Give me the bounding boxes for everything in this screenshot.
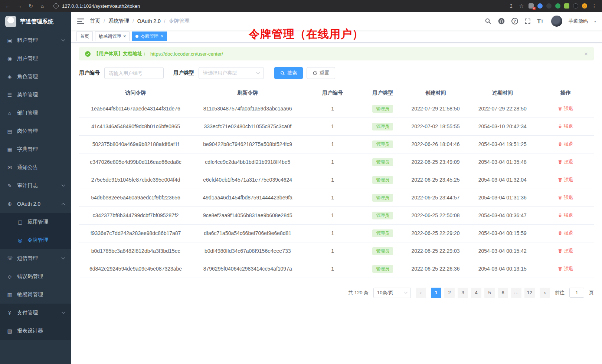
reset-button[interactable]: 重置 — [307, 67, 335, 79]
fullscreen-icon[interactable] — [524, 18, 531, 24]
browser-profile-avatar[interactable]: ☺ — [582, 3, 587, 9]
help-icon[interactable]: ? — [511, 18, 518, 24]
next-page-button[interactable]: › — [540, 288, 550, 298]
view-tab[interactable]: 首页 — [76, 32, 93, 41]
force-logout-button[interactable]: 强退 — [558, 230, 573, 236]
user-id-cell: 1 — [303, 171, 362, 189]
refresh-token-cell: 333ecfc71e02480cb11055c875c3ca0f — [192, 118, 303, 135]
goto-page-input[interactable] — [569, 288, 584, 298]
extension-icon[interactable]: 0 — [529, 3, 534, 9]
action-cell: 强退 — [537, 118, 594, 135]
view-tab[interactable]: 令牌管理× — [132, 32, 167, 41]
expire-time-cell: 2054-03-04 01:31:36 — [468, 189, 537, 206]
sidebar-item-error-code[interactable]: ◇错误码管理 — [0, 267, 71, 285]
pagination-page-button[interactable]: 5 — [484, 288, 495, 298]
page-size-select[interactable]: 10条/页 — [373, 288, 411, 298]
extension-icon[interactable] — [546, 3, 552, 9]
pagination-page-button[interactable]: 6 — [498, 288, 508, 298]
reload-icon[interactable]: ↻ — [27, 3, 34, 9]
chevron-down-icon — [62, 256, 65, 259]
sidebar-item-label: 通知公告 — [17, 164, 38, 171]
github-icon[interactable] — [498, 17, 505, 25]
back-icon[interactable]: ← — [4, 3, 11, 9]
font-size-icon[interactable]: TT — [537, 18, 543, 24]
column-header: 操作 — [537, 86, 594, 100]
user-id-cell: 1 — [303, 224, 362, 242]
force-logout-label: 强退 — [564, 230, 573, 236]
view-tab[interactable]: 敏感词管理× — [95, 32, 130, 41]
breadcrumb-item[interactable]: 首页 — [90, 18, 100, 24]
sidebar-item-menu[interactable]: ☰菜单管理 — [0, 86, 71, 104]
info-icon[interactable]: i — [53, 3, 59, 9]
sidebar-item-post[interactable]: ▤岗位管理 — [0, 122, 71, 140]
bookmark-star-icon[interactable]: ☆ — [518, 3, 525, 9]
close-icon[interactable]: × — [584, 51, 588, 57]
force-logout-button[interactable]: 强退 — [558, 105, 573, 112]
table-row: c342377bf8b344799dcbf7bf095287f29ce8ef2a… — [79, 206, 594, 224]
sidebar-item-label: 审计日志 — [17, 182, 38, 189]
extension-icon[interactable] — [555, 3, 560, 9]
url-bar[interactable]: i 127.0.0.1:1024/system/oauth2/token — [50, 3, 503, 9]
extension-icon[interactable] — [573, 3, 578, 9]
tab-label: 令牌管理 — [141, 33, 158, 40]
sidebar-item-user[interactable]: ◉用户管理 — [0, 49, 71, 67]
hamburger-menu-icon[interactable] — [77, 18, 84, 24]
sidebar-item-report-designer[interactable]: ▧报表设计器 — [0, 322, 71, 340]
user-type-badge: 管理员 — [372, 158, 393, 166]
force-logout-button[interactable]: 强退 — [558, 141, 573, 148]
search-button[interactable]: 搜索 — [274, 67, 303, 79]
force-logout-button[interactable]: 强退 — [558, 265, 573, 272]
refresh-token-cell: dfa6c71a50a54c66bef706ef9e6e8d81 — [192, 224, 303, 242]
created-time-cell: 2022-06-25 23:45:25 — [403, 171, 468, 189]
app-icon: ▢ — [17, 219, 23, 225]
forward-icon[interactable]: → — [16, 3, 23, 9]
user-avatar[interactable] — [551, 16, 562, 27]
share-icon[interactable]: ↥ — [508, 3, 514, 9]
alert-link[interactable]: https://doc.iocoder.cn/user-center/ — [150, 51, 223, 57]
extension-icon[interactable] — [537, 3, 543, 9]
user-name[interactable]: 芋道源码 — [569, 18, 588, 24]
sidebar-item-pay[interactable]: ¥支付管理 — [0, 304, 71, 322]
search-icon[interactable] — [485, 18, 491, 24]
user-type-select[interactable]: 请选择用户类型 — [199, 67, 264, 79]
home-icon[interactable]: ⌂ — [39, 3, 46, 9]
sidebar-item-sensitive-word[interactable]: ▥敏感词管理 — [0, 285, 71, 304]
pagination-page-button[interactable]: 1 — [431, 288, 441, 298]
prev-page-button[interactable]: ‹ — [416, 288, 426, 298]
force-logout-button[interactable]: 强退 — [558, 123, 573, 130]
close-icon[interactable]: × — [123, 34, 126, 39]
sidebar-item-role[interactable]: ◈角色管理 — [0, 67, 71, 86]
pagination-more-button[interactable]: ··· — [511, 288, 521, 298]
sidebar-item-oauth2[interactable]: ⊕OAuth 2.0 — [0, 195, 71, 213]
user-id-input[interactable] — [104, 67, 164, 79]
access-token-cell: c347026e805e4d99b0d116eae66eda8c — [79, 153, 192, 171]
force-logout-button[interactable]: 强退 — [558, 248, 573, 254]
sidebar-item-oauth2-token[interactable]: ◎令牌管理 — [0, 231, 71, 249]
sidebar-item-dept[interactable]: ⌂部门管理 — [0, 104, 71, 122]
force-logout-button[interactable]: 强退 — [558, 194, 573, 201]
force-logout-button[interactable]: 强退 — [558, 159, 573, 165]
force-logout-button[interactable]: 强退 — [558, 212, 573, 219]
sidebar-item-oauth2-app[interactable]: ▢应用管理 — [0, 213, 71, 231]
force-logout-button[interactable]: 强退 — [558, 176, 573, 183]
pagination-page-button[interactable]: 4 — [471, 288, 481, 298]
browser-menu-icon[interactable]: ⋮ — [591, 3, 598, 9]
sidebar-item-tenant[interactable]: ▣租户管理 — [0, 31, 71, 49]
pagination-page-button[interactable]: 12 — [524, 288, 535, 298]
pagination-page-button[interactable]: 2 — [444, 288, 455, 298]
sidebar-item-notice[interactable]: ✉通知公告 — [0, 158, 71, 176]
sidebar-item-dict[interactable]: ▦字典管理 — [0, 140, 71, 158]
close-icon[interactable]: × — [161, 34, 163, 39]
extension-icon[interactable] — [564, 3, 569, 9]
sidebar-item-sms[interactable]: ☏短信管理 — [0, 249, 71, 267]
user-id-cell: 1 — [303, 135, 362, 153]
app-title: 芋道管理系统 — [20, 18, 53, 25]
table-row: 1ea5e44f8bc1467aaede43144f31de76811c5304… — [79, 100, 594, 118]
breadcrumb-item[interactable]: 系统管理 — [108, 18, 129, 24]
app-logo[interactable]: 芋道管理系统 — [0, 12, 71, 31]
pagination-page-button[interactable]: 3 — [458, 288, 468, 298]
refresh-token-cell: 811c530487574fa0af1a59d3abc1aa66 — [192, 100, 303, 118]
page-size-value: 10条/页 — [377, 289, 393, 296]
breadcrumb-item[interactable]: OAuth 2.0 — [137, 18, 161, 24]
sidebar-item-audit-log[interactable]: ✎审计日志 — [0, 176, 71, 195]
